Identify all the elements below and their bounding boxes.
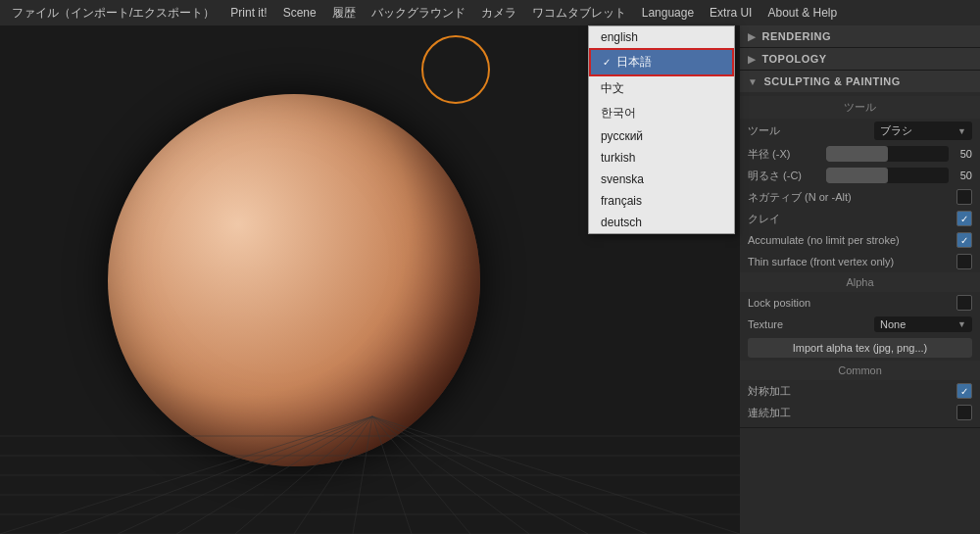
lang-turkish-label: turkish xyxy=(601,151,635,165)
lang-swedish-label: svenska xyxy=(601,172,644,186)
rendering-label: RENDERING xyxy=(762,30,832,42)
lang-japanese-label: 日本語 xyxy=(616,54,652,71)
clay-row: クレイ xyxy=(740,208,980,229)
lang-chinese-label: 中文 xyxy=(601,80,624,97)
topology-label: TOPOLOGY xyxy=(762,53,827,65)
lang-german[interactable]: deutsch xyxy=(589,212,734,233)
continuous-checkbox[interactable] xyxy=(956,405,972,420)
topology-section: ▶ TOPOLOGY xyxy=(740,48,980,71)
thin-row: Thin surface (front vertex only) xyxy=(740,251,980,272)
tool-row: ツール ブラシ ▼ xyxy=(740,119,980,143)
texture-dropdown-arrow-icon: ▼ xyxy=(957,319,966,329)
rendering-section: ▶ RENDERING xyxy=(740,25,980,48)
sculpting-section: ▼ SCULPTING & PAINTING ツール ツール ブラシ ▼ 半径 … xyxy=(740,71,980,428)
topology-header[interactable]: ▶ TOPOLOGY xyxy=(740,48,980,70)
radius-row: 半径 (-X) 50 xyxy=(740,143,980,165)
common-sub-header: Common xyxy=(740,361,980,380)
symmetry-label: 対称加工 xyxy=(748,384,791,399)
brightness-slider[interactable] xyxy=(826,168,949,183)
lang-korean-label: 한국어 xyxy=(601,105,636,121)
sculpting-label: SCULPTING & PAINTING xyxy=(763,75,900,87)
menu-camera[interactable]: カメラ xyxy=(473,2,524,24)
menu-history[interactable]: 履歴 xyxy=(324,2,364,24)
texture-label: Texture xyxy=(748,318,874,330)
negative-checkbox[interactable] xyxy=(956,189,972,205)
clay-checkbox[interactable] xyxy=(956,211,972,226)
grid-floor xyxy=(0,338,740,534)
tool-dropdown-arrow-icon: ▼ xyxy=(957,126,966,136)
alpha-sub-header: Alpha xyxy=(740,272,980,292)
lang-russian-label: русский xyxy=(601,129,643,143)
radius-slider[interactable] xyxy=(826,146,949,162)
menu-file[interactable]: ファイル（インポート/エクスポート） xyxy=(4,2,222,24)
sculpting-header[interactable]: ▼ SCULPTING & PAINTING xyxy=(740,71,980,92)
symmetry-checkbox[interactable] xyxy=(956,383,972,399)
rendering-header[interactable]: ▶ RENDERING xyxy=(740,25,980,47)
menu-print[interactable]: Print it! xyxy=(222,3,274,23)
menu-bar: ファイル（インポート/エクスポート） Print it! Scene 履歴 バッ… xyxy=(0,0,980,25)
texture-value: None xyxy=(880,318,906,330)
radius-value: 50 xyxy=(953,148,972,160)
thin-checkbox[interactable] xyxy=(956,254,972,269)
brightness-value: 50 xyxy=(953,170,972,181)
right-panel: ▶ RENDERING ▶ TOPOLOGY ▼ SCULPTING & PAI… xyxy=(740,25,980,534)
lang-swedish[interactable]: svenska xyxy=(589,169,734,190)
brightness-label: 明るさ (-C) xyxy=(748,169,826,183)
topology-arrow-icon: ▶ xyxy=(748,54,757,65)
lang-english[interactable]: english xyxy=(589,26,734,48)
texture-row: Texture None ▼ xyxy=(740,314,980,335)
thin-label: Thin surface (front vertex only) xyxy=(748,256,894,267)
clay-label: クレイ xyxy=(748,212,780,226)
menu-extra-ui[interactable]: Extra UI xyxy=(702,3,760,23)
tool-select[interactable]: ブラシ ▼ xyxy=(874,121,972,140)
lang-french[interactable]: français xyxy=(589,190,734,212)
menu-background[interactable]: バックグラウンド xyxy=(364,2,473,24)
symmetry-row: 対称加工 xyxy=(740,380,980,402)
menu-scene[interactable]: Scene xyxy=(275,3,324,23)
menu-language[interactable]: Language xyxy=(634,3,702,23)
tool-label: ツール xyxy=(748,123,874,138)
rendering-arrow-icon: ▶ xyxy=(748,31,757,42)
radius-fill xyxy=(826,146,888,162)
lang-chinese[interactable]: 中文 xyxy=(589,76,734,101)
continuous-label: 連続加工 xyxy=(748,406,791,420)
negative-row: ネガティブ (N or -Alt) xyxy=(740,186,980,208)
lang-french-label: français xyxy=(601,194,642,208)
language-dropdown: english ✓ 日本語 中文 한국어 русский turkish sve… xyxy=(588,25,735,234)
lock-position-checkbox[interactable] xyxy=(956,295,972,311)
menu-about[interactable]: About & Help xyxy=(760,3,845,23)
lang-english-label: english xyxy=(601,30,638,44)
lang-german-label: deutsch xyxy=(601,216,642,229)
import-alpha-row: Import alpha tex (jpg, png...) xyxy=(740,335,980,361)
accumulate-row: Accumulate (no limit per stroke) xyxy=(740,229,980,251)
import-alpha-button[interactable]: Import alpha tex (jpg, png...) xyxy=(748,338,972,358)
lang-check-icon: ✓ xyxy=(603,57,611,68)
menu-wacom[interactable]: ワコムタブレット xyxy=(524,2,634,24)
lock-position-row: Lock position xyxy=(740,292,980,314)
tool-sub-header: ツール xyxy=(740,96,980,119)
lock-position-label: Lock position xyxy=(748,297,810,309)
lang-turkish[interactable]: turkish xyxy=(589,147,734,169)
continuous-row: 連続加工 xyxy=(740,402,980,423)
sculpting-content: ツール ツール ブラシ ▼ 半径 (-X) 50 明るさ (-C) xyxy=(740,92,980,427)
sculpting-arrow-icon: ▼ xyxy=(748,76,758,87)
tool-value: ブラシ xyxy=(880,123,912,138)
brightness-fill xyxy=(826,168,888,183)
accumulate-label: Accumulate (no limit per stroke) xyxy=(748,234,900,246)
lang-russian[interactable]: русский xyxy=(589,125,734,147)
accumulate-checkbox[interactable] xyxy=(956,232,972,248)
lang-japanese[interactable]: ✓ 日本語 xyxy=(589,48,734,76)
brightness-row: 明るさ (-C) 50 xyxy=(740,165,980,186)
lang-korean[interactable]: 한국어 xyxy=(589,101,734,125)
texture-select[interactable]: None ▼ xyxy=(874,316,972,332)
negative-label: ネガティブ (N or -Alt) xyxy=(748,190,852,205)
radius-label: 半径 (-X) xyxy=(748,147,826,162)
